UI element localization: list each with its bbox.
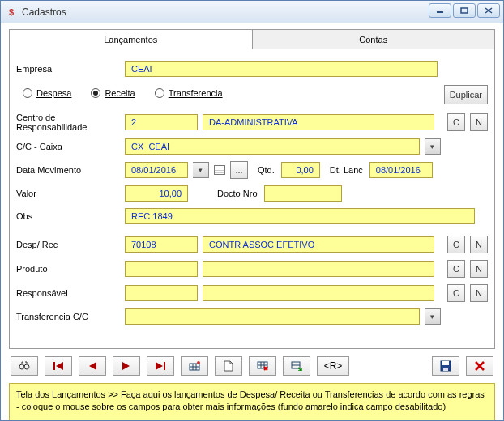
cccaixa-dropdown[interactable]: ▾: [425, 138, 441, 155]
svg-point-4: [19, 364, 24, 369]
field-desprec-desc[interactable]: [203, 236, 434, 253]
responsavel-n-button[interactable]: N: [470, 284, 488, 302]
last-icon: [156, 362, 165, 370]
field-datamov[interactable]: [125, 162, 188, 178]
new-page-icon: [224, 360, 233, 372]
radio-receita-label: Receita: [105, 88, 135, 98]
input-doctonro[interactable]: [269, 188, 337, 199]
svg-marker-9: [122, 362, 130, 370]
grid-export-icon: [291, 361, 302, 371]
maximize-icon: [460, 7, 468, 14]
radio-dot: [23, 88, 32, 98]
calendar-icon: [214, 165, 225, 175]
svg-marker-8: [89, 362, 96, 370]
centro-c-button[interactable]: C: [447, 113, 465, 131]
radio-dot: [155, 88, 164, 98]
next-record-button[interactable]: [113, 356, 140, 376]
grid-delete-button[interactable]: [249, 356, 276, 376]
svg-marker-7: [56, 362, 63, 370]
field-transfcc[interactable]: [125, 308, 420, 325]
svg-rect-1: [461, 8, 468, 13]
desprec-n-button[interactable]: N: [470, 236, 488, 253]
bottom-toolbar: <R>: [9, 354, 495, 378]
field-produto-desc[interactable]: [203, 261, 434, 277]
tab-contas[interactable]: Contas: [253, 30, 495, 49]
svg-rect-26: [442, 361, 449, 365]
input-datamov[interactable]: [130, 164, 183, 176]
new-button[interactable]: [215, 356, 242, 376]
help-text: Tela dos Lançamentos >> Faça aqui os lan…: [9, 383, 495, 420]
input-responsavel-desc[interactable]: [207, 287, 429, 299]
grid-icon: [189, 361, 200, 371]
desprec-c-button[interactable]: C: [447, 236, 465, 253]
window-buttons: [429, 3, 500, 18]
field-valor[interactable]: [125, 185, 188, 202]
input-desprec-cod[interactable]: [130, 239, 193, 250]
field-desprec-cod[interactable]: [125, 236, 198, 253]
input-empresa[interactable]: [130, 63, 433, 74]
label-doctonro: Docto Nro: [217, 189, 258, 198]
minimize-icon: [436, 7, 444, 14]
label-datamov: Data Movimento: [16, 165, 120, 175]
save-icon: [440, 360, 451, 372]
prev-icon: [88, 362, 96, 370]
transfcc-dropdown[interactable]: ▾: [425, 308, 441, 325]
r-button[interactable]: <R>: [317, 356, 349, 376]
minimize-button[interactable]: [429, 3, 451, 18]
field-cccaixa[interactable]: [125, 138, 420, 155]
label-obs: Obs: [16, 211, 120, 221]
input-cccaixa[interactable]: [130, 141, 415, 152]
input-qtd[interactable]: [286, 164, 315, 176]
input-obs[interactable]: [130, 210, 470, 222]
svg-point-5: [24, 364, 29, 369]
svg-rect-11: [164, 362, 165, 370]
input-desprec-desc[interactable]: [207, 239, 429, 250]
tab-lancamentos[interactable]: Lançamentos: [10, 30, 253, 49]
datamov-ellipsis-button[interactable]: ...: [230, 161, 248, 179]
search-button[interactable]: [11, 356, 38, 376]
prev-record-button[interactable]: [79, 356, 106, 376]
grid-button-1[interactable]: [181, 356, 208, 376]
field-produto-cod[interactable]: [125, 261, 198, 277]
field-doctonro[interactable]: [264, 185, 342, 202]
radio-receita[interactable]: Receita: [91, 88, 135, 98]
field-centro-cod[interactable]: [125, 114, 198, 130]
field-responsavel-desc[interactable]: [203, 285, 434, 301]
datamov-dropdown[interactable]: ▾: [193, 162, 209, 178]
input-valor[interactable]: [130, 188, 183, 199]
input-produto-cod[interactable]: [130, 263, 193, 274]
first-icon: [53, 362, 63, 370]
produto-c-button[interactable]: C: [447, 260, 465, 278]
input-dtlanc[interactable]: [374, 164, 428, 176]
label-dtlanc: Dt. Lanc: [330, 165, 363, 175]
field-qtd[interactable]: [281, 162, 320, 178]
first-record-button[interactable]: [45, 356, 72, 376]
input-produto-desc[interactable]: [207, 263, 429, 274]
input-transfcc[interactable]: [130, 311, 415, 322]
field-empresa[interactable]: [125, 61, 438, 77]
window-title: Cadastros: [22, 6, 66, 18]
input-centro-cod[interactable]: [130, 117, 193, 128]
responsavel-c-button[interactable]: C: [447, 284, 465, 302]
grid-export-button[interactable]: [283, 356, 310, 376]
label-valor: Valor: [16, 189, 120, 198]
field-centro-desc[interactable]: [203, 114, 434, 130]
field-responsavel-cod[interactable]: [125, 285, 198, 301]
radio-transferencia[interactable]: Transferencia: [155, 88, 223, 98]
field-obs[interactable]: [125, 208, 475, 224]
last-record-button[interactable]: [147, 356, 174, 376]
centro-n-button[interactable]: N: [470, 113, 488, 131]
input-responsavel-cod[interactable]: [130, 287, 193, 299]
maximize-button[interactable]: [453, 3, 476, 18]
save-button[interactable]: [432, 356, 459, 376]
field-dtlanc[interactable]: [369, 162, 433, 178]
app-window: $ Cadastros Lançamentos Contas Empresa: [0, 0, 504, 421]
close-button[interactable]: [477, 3, 500, 18]
radio-despesa[interactable]: Despesa: [23, 88, 71, 98]
duplicar-button[interactable]: Duplicar: [444, 85, 488, 104]
produto-n-button[interactable]: N: [470, 260, 488, 278]
cancel-button[interactable]: [466, 356, 493, 376]
app-icon: $: [6, 6, 17, 18]
input-centro-desc[interactable]: [207, 117, 429, 128]
radio-dot: [91, 88, 100, 98]
